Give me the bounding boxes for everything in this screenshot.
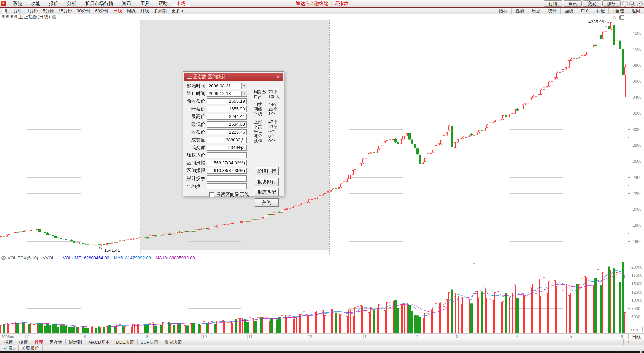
tool-statistics[interactable]: 统计 [544, 8, 560, 14]
checkbox-label: 保留区间显示线 [216, 192, 249, 198]
menu-analysis[interactable]: 分析 [63, 0, 81, 7]
chevron-down-icon[interactable] [52, 15, 56, 19]
close-button[interactable]: ✕ [637, 1, 643, 7]
period-60min[interactable]: 60分钟 [93, 8, 111, 14]
extension-row: 扩展∧ 关联报价 [0, 345, 644, 351]
field-label: 成交量 [184, 137, 205, 143]
low-input[interactable] [207, 121, 247, 128]
menu-tools[interactable]: 工具 [136, 0, 154, 7]
month-label: 6 [621, 334, 623, 339]
minimize-button[interactable]: — [622, 1, 628, 7]
period-daily[interactable]: 日线 [111, 8, 124, 14]
keep-region-checkbox-row[interactable]: 保留区间显示线 [209, 192, 249, 198]
chevron-down-icon[interactable] [1, 256, 6, 260]
tab-dde[interactable]: DDE决策 [113, 339, 137, 345]
close-input[interactable] [207, 129, 247, 135]
high-input[interactable] [207, 114, 247, 120]
menu-market[interactable]: 市场 [172, 0, 190, 7]
zoom-in-button[interactable]: + [623, 339, 634, 345]
menu-function[interactable]: 功能 [26, 0, 45, 7]
tab-macd-basic[interactable]: MACD基本 [85, 339, 113, 345]
stage-ranking-button[interactable]: 阶段排行 [255, 167, 279, 175]
vol-ma10-value: MA10: 88835992.00 [155, 255, 195, 260]
tool-mark[interactable]: 标记 [592, 8, 608, 14]
period-monthly[interactable]: 月线 [138, 8, 151, 14]
tool-f10[interactable]: F10 [577, 8, 592, 14]
period-15min[interactable]: 15分钟 [56, 8, 74, 14]
menu-info[interactable]: 资讯 [118, 0, 136, 7]
period-multi[interactable]: 多周期 [151, 8, 169, 14]
month-separator [25, 334, 26, 339]
panel-toggle-icon[interactable] [619, 15, 624, 20]
tool-add-watchlist[interactable]: +自选 [608, 8, 628, 14]
cum-turnover-input[interactable] [207, 175, 247, 182]
trade-button[interactable]: 交易 [583, 0, 601, 7]
pattern-match-button[interactable]: 形态匹配 [255, 188, 279, 196]
checkbox-unchecked-icon[interactable] [209, 192, 214, 197]
axis-separator [628, 334, 629, 339]
tab-indicator[interactable]: 指标 [1, 339, 16, 345]
zoom-out-button[interactable]: − [634, 339, 644, 345]
avg-turnover-input[interactable] [207, 183, 247, 189]
prev-close-input[interactable] [207, 98, 247, 104]
field-label: 加权均价 [184, 152, 205, 158]
expand-button[interactable]: 扩展∧ [1, 345, 19, 351]
dialog-titlebar[interactable]: 上证指数 区间统计 ✕ [184, 73, 283, 81]
vol-vvol: VVOL: - [43, 255, 58, 260]
start-date-input[interactable]: ▼ [207, 83, 247, 89]
dropdown-arrow-icon[interactable]: ▼ [241, 83, 247, 89]
menu-quotes[interactable]: 报价 [45, 0, 63, 7]
app-logo-icon [1, 1, 6, 6]
sector-ranking-button[interactable]: 板块排行 [255, 178, 279, 186]
tab-sup[interactable]: SUP决策 [138, 339, 162, 345]
main-kline-chart[interactable] [0, 20, 644, 254]
diamond-marker-icon: ◇ [613, 15, 616, 20]
linked-quotes-button[interactable]: 关联报价 [19, 345, 43, 351]
field-label: 收盘价 [184, 129, 205, 135]
tool-overlay[interactable]: 叠加 [511, 8, 528, 14]
tab-bindto[interactable]: 绑定到 [66, 339, 85, 345]
tool-indicator[interactable]: 指标 [495, 8, 511, 14]
tab-saveas[interactable]: 另存为 [46, 339, 66, 345]
tool-history[interactable]: 历史 [528, 8, 544, 14]
menu-bar: 系统 功能 报价 分析 扩展市场行情 资讯 工具 帮助 市场 通达信金融终端 上… [0, 0, 644, 7]
menu-extended-market[interactable]: 扩展市场行情 [81, 0, 118, 7]
amount-input[interactable] [207, 145, 247, 151]
period-30min[interactable]: 30分钟 [74, 8, 93, 14]
open-input[interactable] [207, 106, 247, 112]
weighted-avg-input[interactable] [207, 152, 247, 158]
month-separator [515, 334, 515, 339]
restore-button[interactable]: ❐ [629, 1, 635, 7]
service-button[interactable]: 服务 [602, 0, 621, 7]
tab-template[interactable]: 模板 [16, 339, 31, 345]
menu-system[interactable]: 系统 [8, 0, 26, 7]
volume-unit-label: X1万 [629, 327, 643, 332]
tool-drawline[interactable]: 画线 [560, 8, 577, 14]
dropdown-arrow-icon[interactable]: ▼ [241, 91, 247, 96]
interval-statistics-dialog: 上证指数 区间统计 ✕ 起始时间 ▼ 终止时间 ▼ 前收盘价 开盘价 最高价 最… [183, 71, 284, 196]
range-change-input[interactable] [207, 160, 247, 166]
month-label: 10 [202, 334, 207, 339]
period-more[interactable]: 更多 > [169, 8, 186, 14]
tab-funds[interactable]: 资金决策 [161, 339, 185, 345]
menu-help[interactable]: 帮助 [154, 0, 172, 7]
bottom-status-bar [0, 351, 644, 353]
range-amplitude-input[interactable] [207, 168, 247, 174]
month-label: 9 [146, 334, 148, 339]
tab-manage[interactable]: 管理 [31, 339, 46, 345]
period-weekly[interactable]: 周线 [124, 8, 138, 14]
volume-chart[interactable] [0, 261, 644, 333]
layout-icon[interactable] [2, 9, 7, 13]
period-5min[interactable]: 5分钟 [40, 8, 56, 14]
volume-input[interactable] [207, 137, 247, 143]
dialog-close-icon[interactable]: ✕ [276, 74, 281, 80]
period-1min[interactable]: 1分钟 [24, 8, 40, 14]
close-dialog-button[interactable]: 关闭 [255, 198, 279, 207]
news-button[interactable]: 资讯 [564, 0, 582, 7]
field-label: 起始时间 [184, 83, 205, 89]
tool-back[interactable]: 返回 [628, 8, 644, 14]
window-title: 通达信金融终端 上证指数 [296, 0, 348, 7]
end-date-input[interactable]: ▼ [207, 91, 247, 97]
period-intraday[interactable]: 分时 [11, 8, 24, 14]
quotes-button[interactable]: 行情 [544, 0, 562, 7]
